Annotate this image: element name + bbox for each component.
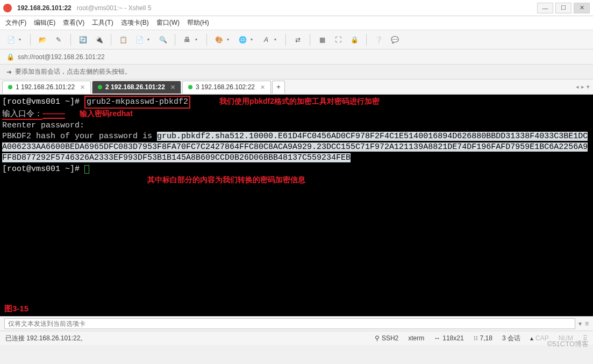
- menu-view[interactable]: 查看(V): [63, 18, 84, 27]
- annotation-hash: 其中标白部分的内容为我们转换的密码加密信息: [147, 175, 305, 184]
- menu-tabs[interactable]: 选项卡(B): [121, 18, 149, 27]
- menu-file[interactable]: 文件(F): [5, 18, 26, 27]
- lock-button[interactable]: 🔒: [348, 33, 361, 46]
- menubar: 文件(F) 编辑(E) 查看(V) 工具(T) 选项卡(B) 窗口(W) 帮助(…: [0, 16, 593, 30]
- language-button[interactable]: 🌐: [236, 33, 249, 46]
- close-button[interactable]: ✕: [574, 3, 590, 13]
- watermark: ©51CTO博客: [547, 339, 589, 349]
- transfer-button[interactable]: ⇄: [291, 33, 304, 46]
- tab-label: 2 192.168.26.101:22: [105, 83, 165, 91]
- add-tab-button[interactable]: +: [272, 81, 285, 94]
- copy-button[interactable]: 📋: [117, 33, 130, 46]
- hint-text: 要添加当前会话，点击左侧的箭头按钮。: [15, 67, 131, 76]
- menu-window[interactable]: 窗口(W): [156, 18, 180, 27]
- tab-close-icon[interactable]: ✕: [170, 84, 175, 91]
- terminal-output[interactable]: [root@vms001 ~]# grub2-mkpasswd-pbkdf2 我…: [0, 95, 593, 316]
- annotation-password: 输入密码redhat: [80, 109, 133, 118]
- toolbar: 📄 📂 ✎ 🔄 🔌 📋 📄 🔍 🖶 🎨 🌐 A ⇄ ▦ ⛶ 🔒 ❔ 💬: [0, 30, 593, 49]
- status-dot-icon: [8, 85, 12, 89]
- broadcast-menu-icon[interactable]: ≡: [585, 320, 589, 327]
- menu-tools[interactable]: 工具(T): [92, 18, 113, 27]
- prompt-enter-password: 输入口令：: [2, 110, 42, 120]
- status-dot-icon: [188, 85, 192, 89]
- shell-prompt: [root@vms001 ~]#: [2, 97, 80, 106]
- tab-close-icon[interactable]: ✕: [80, 84, 85, 91]
- status-ssh: ⚲SSH2: [375, 334, 398, 342]
- menu-edit[interactable]: 编辑(E): [34, 18, 55, 27]
- help-button[interactable]: ❔: [372, 33, 385, 46]
- reconnect-button[interactable]: 🔄: [76, 33, 89, 46]
- print-button[interactable]: 🖶: [181, 33, 194, 46]
- lock-icon: 🔒: [6, 53, 15, 61]
- prompt-reenter-password: Reenter password:: [2, 121, 84, 130]
- status-connected: 已连接 192.168.26.101:22。: [5, 334, 365, 343]
- new-session-button[interactable]: 📄: [4, 33, 17, 46]
- status-caps: ▴CAP: [530, 334, 549, 342]
- address-url[interactable]: ssh://root@192.168.26.101:22: [18, 53, 105, 61]
- maximize-button[interactable]: ☐: [555, 3, 571, 13]
- lock-icon: ⚲: [375, 334, 380, 342]
- session-tab-1[interactable]: 1 192.168.26.101:22 ✕: [2, 81, 91, 94]
- paste-button[interactable]: 📄: [133, 33, 146, 46]
- caps-up-icon: ▴: [530, 334, 533, 342]
- feedback-button[interactable]: 💬: [388, 33, 401, 46]
- session-tab-2[interactable]: 2 192.168.26.101:22 ✕: [92, 81, 181, 94]
- tab-label: 1 192.168.26.101:22: [16, 83, 75, 91]
- hash-prefix: PBKDF2 hash of your password is: [2, 132, 157, 141]
- open-button[interactable]: 📂: [36, 33, 49, 46]
- status-term: xterm: [408, 334, 424, 342]
- hint-icon[interactable]: ➜: [6, 68, 12, 76]
- shell-prompt: [root@vms001 ~]#: [2, 165, 80, 174]
- window-title-sub: root@vms001:~ - Xshell 5: [77, 4, 152, 12]
- address-bar: 🔒 ssh://root@192.168.26.101:22: [0, 49, 593, 65]
- terminal-cursor: [84, 165, 89, 174]
- position-icon: ⁝⁝: [474, 334, 478, 342]
- annotation-command: 我们使用pbkdf2格式的加密工具对密码进行加密: [219, 97, 380, 105]
- tab-label: 3 192.168.26.102:22: [196, 83, 255, 91]
- status-size: ↔118x21: [434, 334, 463, 342]
- session-tabs: 1 192.168.26.101:22 ✕ 2 192.168.26.101:2…: [0, 80, 593, 95]
- search-button[interactable]: 🔍: [156, 33, 169, 46]
- status-bar: 已连接 192.168.26.101:22。 ⚲SSH2 xterm ↔118x…: [0, 331, 593, 345]
- status-dot-icon: [98, 85, 102, 89]
- color-button[interactable]: 🎨: [212, 33, 225, 46]
- figure-label: 图3-15: [4, 303, 28, 314]
- broadcast-input[interactable]: [4, 318, 575, 329]
- broadcast-input-bar: ▾ ≡: [0, 316, 593, 331]
- tab-menu[interactable]: ▾: [587, 83, 590, 90]
- status-sessions: 3 会话: [502, 334, 520, 343]
- menu-help[interactable]: 帮助(H): [187, 18, 209, 27]
- window-titlebar: 192.168.26.101:22 root@vms001:~ - Xshell…: [0, 0, 593, 16]
- minimize-button[interactable]: —: [537, 3, 553, 13]
- hint-bar: ➜ 要添加当前会话，点击左侧的箭头按钮。: [0, 65, 593, 80]
- sessions-panel-button[interactable]: ▦: [316, 33, 328, 46]
- resize-icon: ↔: [434, 334, 440, 342]
- tab-close-icon[interactable]: ✕: [260, 84, 265, 91]
- tab-scroll-right[interactable]: ▸: [581, 83, 584, 90]
- edit-button[interactable]: ✎: [52, 33, 65, 46]
- tab-scroll-left[interactable]: ◂: [576, 83, 579, 90]
- command-highlight: grub2-mkpasswd-pbkdf2: [84, 96, 190, 109]
- app-icon: [3, 4, 12, 12]
- window-title-main: 192.168.26.101:22: [17, 4, 72, 12]
- status-cursor-pos: ⁝⁝7,18: [474, 334, 492, 342]
- session-tab-3[interactable]: 3 192.168.26.102:22 ✕: [182, 81, 271, 94]
- fullscreen-button[interactable]: ⛶: [332, 33, 345, 46]
- disconnect-button[interactable]: 🔌: [92, 33, 105, 46]
- broadcast-dropdown-icon[interactable]: ▾: [578, 320, 582, 327]
- font-button[interactable]: A: [260, 33, 273, 46]
